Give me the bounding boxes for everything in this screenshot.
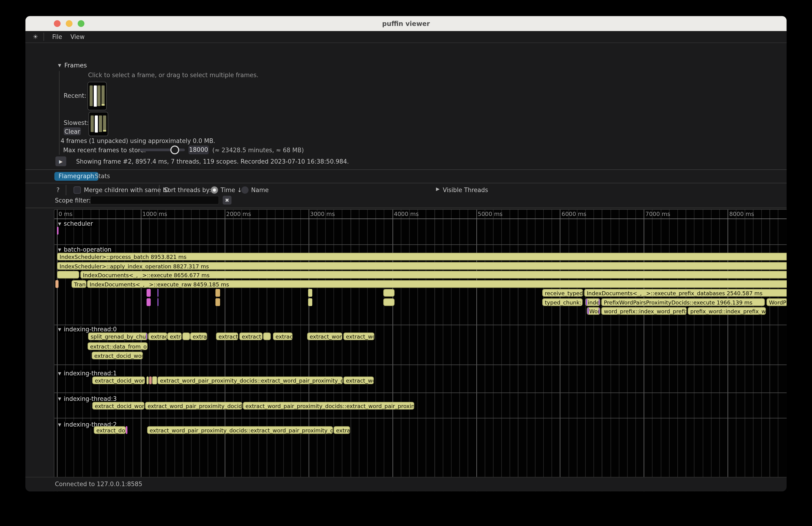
scope-bar[interactable]: extract_docid_word xyxy=(92,402,145,410)
scope-bar[interactable]: Trans xyxy=(71,280,86,288)
menu-view[interactable]: View xyxy=(66,33,89,40)
gridline xyxy=(560,210,561,492)
scope-bar[interactable]: split_grenad_by_chun xyxy=(88,333,148,340)
scope-bar[interactable]: IndexDocuments<_, _>::execute_prefix_dat… xyxy=(584,289,787,297)
separator xyxy=(66,185,66,195)
max-frames-value[interactable]: 18000 xyxy=(188,146,208,154)
thread-header[interactable]: ▼scheduler xyxy=(58,220,96,227)
sort-time-radio[interactable] xyxy=(211,186,218,193)
gridline xyxy=(359,210,359,492)
tab-stats[interactable]: Stats xyxy=(95,172,110,181)
clear-button[interactable]: Clear xyxy=(64,128,81,135)
scope-bar[interactable]: extrac xyxy=(190,333,207,340)
scope-bar[interactable] xyxy=(216,289,220,297)
frame-bar[interactable] xyxy=(90,86,93,106)
gridline xyxy=(770,210,770,492)
scope-bar[interactable]: extract::data_from_ob xyxy=(88,342,148,350)
scope-bar[interactable] xyxy=(216,298,220,306)
gridline xyxy=(334,210,334,492)
frame-bar[interactable] xyxy=(95,115,98,133)
scope-bar[interactable] xyxy=(308,289,313,297)
scope-bar[interactable] xyxy=(383,298,395,306)
sort-time-label[interactable]: Time ↓ xyxy=(221,186,242,193)
scope-bar[interactable]: PrefixWordPairsProximityDocids::execute … xyxy=(601,298,765,306)
slider-knob[interactable] xyxy=(170,146,179,154)
theme-toggle-icon[interactable]: ☀ xyxy=(33,33,38,40)
scope-bar[interactable]: IndexDocuments<_, _>::execute_raw 8459.1… xyxy=(87,280,786,288)
scope-bar[interactable] xyxy=(157,289,158,297)
gridline xyxy=(116,210,116,492)
gridline xyxy=(702,210,703,492)
scope-bar[interactable] xyxy=(55,280,58,288)
scope-bar[interactable] xyxy=(383,289,395,297)
sort-name-label[interactable]: Name xyxy=(251,186,269,193)
scope-bar[interactable]: extract_word_pair_proximity_docids::extr… xyxy=(157,377,343,384)
scope-bar[interactable]: extract_word xyxy=(307,333,342,340)
scope-bar[interactable]: extract_ xyxy=(239,333,263,340)
scope-bar[interactable] xyxy=(57,227,58,235)
frame-bar[interactable] xyxy=(98,86,101,106)
sort-name-radio[interactable] xyxy=(241,186,248,193)
tab-flamegraph[interactable]: Flamegraph xyxy=(55,172,99,181)
scope-bar[interactable]: index xyxy=(585,298,600,306)
scope-bar[interactable]: extract_wo xyxy=(344,333,375,340)
scope-bar[interactable]: extract_docid_word xyxy=(92,377,145,384)
menu-separator xyxy=(43,33,44,41)
frame-bar[interactable] xyxy=(99,115,102,132)
thread-header[interactable]: ▼batch-operation xyxy=(58,246,114,253)
scope-bar[interactable]: extract_ xyxy=(216,333,238,340)
gridline xyxy=(778,210,779,492)
thread-header[interactable]: ▼indexing-thread:0 xyxy=(58,326,119,333)
scope-bar[interactable]: word_prefix::index_word_prefix_ xyxy=(601,307,687,315)
scope-bar[interactable]: IndexScheduler>::apply_index_operation 8… xyxy=(57,262,787,270)
scope-bar[interactable] xyxy=(146,377,148,384)
scope-bar[interactable]: prefix_word::index_prefix_wo xyxy=(688,307,766,315)
help-button[interactable]: ? xyxy=(57,186,60,193)
merge-children-label[interactable]: Merge children with same ID xyxy=(84,186,169,193)
scope-bar[interactable]: extract_word_pair_proximity_docids::extr… xyxy=(147,426,333,434)
scope-bar[interactable]: extract xyxy=(273,333,293,340)
scope-filter-input[interactable] xyxy=(90,196,219,205)
frames-section-label: Frames xyxy=(64,62,87,69)
visible-threads-arrow-icon[interactable]: ▶ xyxy=(436,186,439,191)
scope-bar[interactable]: extract_docid_word xyxy=(92,351,143,360)
scope-bar[interactable]: IndexDocuments<_, _>::execute 8656.677 m… xyxy=(80,271,786,279)
slowest-frames-thumbnail[interactable] xyxy=(88,112,108,136)
merge-children-checkbox[interactable] xyxy=(73,186,81,193)
scope-bar[interactable]: receive_typed_ xyxy=(542,289,583,297)
frame-bar[interactable] xyxy=(103,115,106,132)
scope-bar[interactable] xyxy=(149,377,152,384)
scope-bar[interactable] xyxy=(308,298,313,306)
scope-bar[interactable]: WordPr xyxy=(766,298,786,306)
scope-bar[interactable]: Word xyxy=(587,307,600,315)
scope-bar[interactable]: extract_wo xyxy=(344,377,374,384)
scope-bar[interactable] xyxy=(126,426,128,434)
flamegraph-canvas[interactable]: 0 ms0 ms1000 ms1000 ms2000 ms2000 ms3000… xyxy=(54,209,786,492)
recent-frames-thumbnail[interactable] xyxy=(88,82,107,110)
scope-bar[interactable]: extract xyxy=(148,333,167,340)
scope-bar[interactable]: extrac xyxy=(333,426,350,434)
scope-bar[interactable]: typed_chunk::w xyxy=(542,298,583,306)
scope-bar[interactable] xyxy=(146,289,150,297)
play-button[interactable]: ▶ xyxy=(55,157,66,166)
frame-bar[interactable] xyxy=(102,86,105,106)
visible-threads-header[interactable]: Visible Threads xyxy=(443,186,488,193)
scope-bar[interactable]: extract_word_pair_proximity_docids::extr… xyxy=(243,402,414,410)
scope-bar[interactable] xyxy=(263,333,271,340)
scope-bar[interactable]: IndexScheduler>::process_batch 8953.821 … xyxy=(57,253,787,261)
scope-bar[interactable] xyxy=(152,377,157,384)
scope-bar[interactable] xyxy=(57,271,79,279)
thread-header[interactable]: ▼indexing-thread:3 xyxy=(58,395,119,402)
scope-bar[interactable] xyxy=(182,333,190,340)
frame-bar[interactable] xyxy=(93,86,97,107)
clear-filter-button[interactable]: ✖ xyxy=(223,196,232,205)
menu-file[interactable]: File xyxy=(48,33,66,40)
scope-bar[interactable]: extra xyxy=(167,333,182,340)
scope-bar[interactable] xyxy=(146,298,150,306)
scope-bar[interactable]: extract_word_pair_proximity_docids xyxy=(145,402,242,410)
scope-bar[interactable]: extract_doc xyxy=(93,426,126,434)
thread-header[interactable]: ▼indexing-thread:1 xyxy=(58,370,119,377)
frames-section-header[interactable]: ▼ Frames xyxy=(58,62,87,69)
frame-bar[interactable] xyxy=(91,115,94,132)
scope-bar[interactable] xyxy=(157,298,158,306)
